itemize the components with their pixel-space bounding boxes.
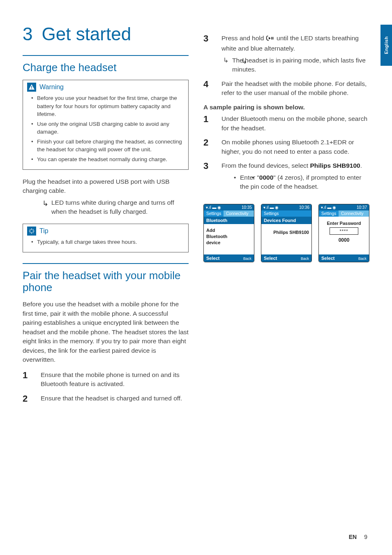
- phone-back: Back: [301, 257, 309, 261]
- phone-crumb: Settings: [261, 210, 311, 217]
- phone-body: Enter Password **** 0000: [319, 217, 369, 254]
- sample-step: 3 From the found devices, select Philips…: [203, 161, 369, 191]
- signal-icon: ▾.ıl ▬ ◉: [206, 205, 221, 210]
- pair-step: 4Pair the headset with the mobile phone.…: [203, 79, 369, 98]
- tip-label: Tip: [39, 227, 48, 235]
- charge-body: Plug the headset into a powered USB port…: [23, 177, 189, 196]
- warning-label: Warning: [39, 83, 64, 91]
- footer-lang: EN: [349, 534, 357, 540]
- language-tab-label: English: [384, 36, 389, 54]
- pair-intro: Before you use the headset with a mobile…: [23, 300, 189, 364]
- pair-step3-result: ↳The headset is in pairing mode, which l…: [221, 56, 369, 74]
- section-charge-title: Charge the headset: [23, 62, 189, 74]
- phone-screen-1: ▾.ıl ▬ ◉10:35 SettingsConnectivity Bluet…: [203, 204, 254, 262]
- phone-time: 10:36: [299, 205, 309, 210]
- right-column: 3 Press and hold until the LED starts br…: [203, 25, 369, 539]
- phone-select: Select: [206, 256, 219, 261]
- phone-time: 10:35: [242, 205, 252, 210]
- phone-time: 10:37: [357, 205, 367, 210]
- phone-password-input: ****: [330, 227, 358, 235]
- phone-body: Add Bluetooth device: [204, 224, 254, 254]
- phone-crumb: Settings: [319, 210, 339, 217]
- phone-screen-2: ▾.ıl ▬ ◉10:36 Settings Devices Found Phi…: [261, 204, 312, 262]
- phone-title: Bluetooth: [204, 217, 254, 224]
- phone-crumb: Settings: [204, 210, 224, 217]
- sample-step: 2On mobile phones using Bluetooth 2.1+ED…: [203, 138, 369, 156]
- section-pair-title: Pair the headset with your mobile phone: [23, 270, 189, 294]
- chapter-heading: 3Get started: [23, 25, 189, 44]
- tip-item: Typically, a full charge takes three hou…: [31, 238, 182, 246]
- charge-result: LED turns white during charge and turns …: [23, 198, 189, 217]
- phone-crumb: Connectivity: [339, 210, 369, 217]
- tip-box: Tip Typically, a full charge takes three…: [23, 224, 189, 252]
- language-tab: English: [380, 25, 392, 66]
- phone-screen-3: ▾.ıl ▬ ◉10:37 SettingsConnectivity Enter…: [318, 204, 369, 262]
- phone-title: Devices Found: [261, 217, 311, 224]
- phone-select: Select: [321, 256, 334, 261]
- warning-item: Use only the original USB charging cable…: [31, 120, 182, 136]
- phone-back: Back: [243, 257, 251, 261]
- svg-rect-2: [271, 37, 272, 39]
- warning-item: Finish your call before charging the hea…: [31, 138, 182, 154]
- warning-item: Before you use your headset for the firs…: [31, 94, 182, 118]
- sample-heading: A sample pairing is shown below.: [203, 103, 369, 112]
- svg-rect-1: [31, 88, 32, 89]
- sample-pin-line: •Enter "0000" (4 zeros), if prompted to …: [221, 173, 369, 192]
- chapter-title: Get started: [42, 24, 131, 44]
- signal-icon: ▾.ıl ▬ ◉: [321, 205, 336, 210]
- phone-pin: 0000: [321, 237, 367, 243]
- left-column: 3Get started Charge the headset Warning …: [23, 25, 189, 539]
- pair-step: 1Ensure that the mobile phone is turned …: [23, 370, 189, 389]
- tip-icon: [27, 227, 36, 236]
- signal-icon: ▾.ıl ▬ ◉: [263, 205, 279, 210]
- page-footer: EN9: [349, 534, 367, 540]
- chapter-rule: [23, 55, 189, 56]
- pair-step: 3 Press and hold until the LED starts br…: [203, 34, 369, 74]
- phone-select: Select: [264, 256, 277, 261]
- phone-back: Back: [358, 257, 367, 261]
- phone-crumb: Connectivity: [224, 210, 254, 217]
- phone-body: Philips SHB9100: [261, 224, 311, 254]
- warning-item: You can operate the headset normally dur…: [31, 155, 182, 164]
- footer-page: 9: [364, 534, 367, 540]
- phone-screens: ▾.ıl ▬ ◉10:35 SettingsConnectivity Bluet…: [203, 204, 369, 262]
- pair-step: 2Ensure that the headset is charged and …: [23, 394, 189, 403]
- section-rule: [23, 263, 189, 264]
- chapter-number: 3: [23, 25, 32, 44]
- svg-rect-3: [272, 37, 273, 39]
- warning-icon: [27, 83, 36, 92]
- sample-step: 1Under Bluetooth menu on the mobile phon…: [203, 114, 369, 133]
- warning-box: Warning Before you use your headset for …: [23, 80, 189, 170]
- svg-rect-0: [31, 86, 32, 88]
- play-pause-icon: [266, 35, 275, 44]
